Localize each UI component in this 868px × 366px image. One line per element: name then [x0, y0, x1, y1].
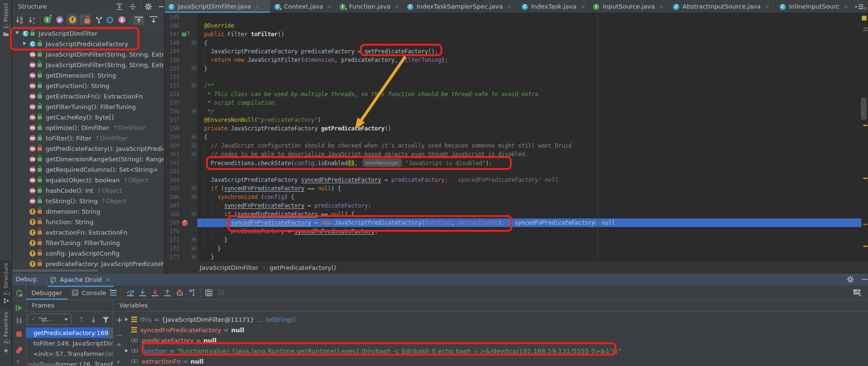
- expand-icon[interactable]: [125, 317, 128, 321]
- structure-tree-item[interactable]: CJavaScriptDimFilter: [12, 28, 164, 39]
- editor-scrollbar[interactable]: [861, 98, 867, 120]
- fold-start-marker[interactable]: [192, 212, 196, 216]
- structure-hscrollbar[interactable]: [12, 269, 98, 272]
- frame-row[interactable]: <init>:57, Transformer (org.apache.dru: [26, 348, 113, 359]
- fold-end-marker[interactable]: [192, 246, 196, 250]
- close-tab-icon[interactable]: ×: [394, 3, 400, 10]
- variable-row[interactable]: this={JavaScriptDimFilter@11171}…toStrin…: [125, 314, 868, 325]
- fold-end-marker[interactable]: [192, 109, 196, 113]
- stripe-button-favorites[interactable]: 2: Favorites ★: [0, 312, 12, 354]
- overrides-method-icon[interactable]: I↑: [182, 31, 189, 37]
- step-into-icon[interactable]: [139, 289, 146, 297]
- layout-options-icon[interactable]: [109, 289, 117, 297]
- sort-by-visibility-icon[interactable]: [16, 16, 23, 24]
- autoscroll-from-source-icon[interactable]: [148, 15, 159, 25]
- structure-tree-item[interactable]: fdimension: String: [12, 206, 164, 217]
- show-lambdas-icon[interactable]: λ: [118, 16, 126, 24]
- close-tab-icon[interactable]: ×: [843, 3, 848, 10]
- structure-tree-item[interactable]: mtoString(): String↑Object: [12, 196, 164, 206]
- force-step-into-icon[interactable]: [151, 289, 159, 297]
- fold-end-marker[interactable]: [192, 237, 196, 242]
- structure-tree-item[interactable]: mgetPredicateFactory(): JavaScriptPredic…: [12, 143, 164, 154]
- sort-alphabetically-icon[interactable]: az: [29, 16, 36, 24]
- structure-tree-item[interactable]: fextractionFn: ExtractionFn: [12, 227, 164, 237]
- structure-tree-item[interactable]: moptimize(): DimFilter↑DimFilter: [12, 122, 164, 133]
- frames-vscrollbar[interactable]: [108, 327, 112, 339]
- close-tab-icon[interactable]: ×: [327, 3, 332, 10]
- evaluate-expression-icon[interactable]: [205, 289, 213, 297]
- structure-tree-item[interactable]: mtoFilter(): Filter↑DimFilter: [12, 133, 164, 143]
- tostring-link[interactable]: toString(): [266, 316, 295, 323]
- watches-more-icon[interactable]: »: [117, 358, 120, 365]
- structure-tree-item[interactable]: mgetFilterTuning(): FilterTuning: [12, 101, 164, 112]
- show-properties-icon[interactable]: p: [56, 16, 64, 24]
- breadcrumb-class[interactable]: JavaScriptDimFilter: [200, 264, 259, 271]
- show-scripts-icon[interactable]: [106, 16, 114, 24]
- structure-tree-item[interactable]: ffilterTuning: FilterTuning: [12, 237, 164, 248]
- drop-frame-icon[interactable]: [176, 289, 184, 297]
- variable-row[interactable]: syncedFnPredicateFactory=null: [125, 325, 868, 335]
- pause-icon[interactable]: [15, 317, 23, 325]
- show-non-public-icon[interactable]: [82, 16, 89, 24]
- structure-tree-item[interactable]: mgetDimensionRangeSet(String): RangeSet<…: [12, 154, 164, 164]
- stripe-button-structure[interactable]: 7: Structure: [0, 260, 12, 308]
- structure-tree-item[interactable]: mgetDimension(): String: [12, 70, 164, 80]
- tab-debugger[interactable]: Debugger: [31, 286, 62, 300]
- hide-debug-panel-icon[interactable]: [861, 276, 868, 283]
- structure-tree-item[interactable]: mgetRequiredColumns(): Set<String>↑DimFi…: [12, 164, 164, 175]
- structure-tree-item[interactable]: mJavaScriptDimFilter(String, String, Ext…: [12, 59, 164, 70]
- structure-tree-item[interactable]: fconfig: JavaScriptConfig: [12, 248, 164, 258]
- frame-row[interactable]: toFilter:149, JavaScriptDimFilter: [26, 338, 113, 348]
- structure-tree-item[interactable]: mgetFunction(): String: [12, 80, 164, 91]
- editor-tab[interactable]: CJavaScriptDimFilter.java×: [165, 0, 271, 13]
- frame-down-icon[interactable]: ↓: [90, 316, 97, 324]
- frame-row[interactable]: getPredicateFactory:169: [26, 327, 113, 338]
- tab-console[interactable]: > Console: [72, 286, 107, 300]
- editor-tab[interactable]: CAbstractInputSource.java×: [669, 0, 776, 13]
- stripe-button-project[interactable]: 1: Project: [0, 3, 12, 37]
- trace-settings-icon[interactable]: [217, 289, 225, 297]
- structure-tree-item[interactable]: mgetExtractionFn(): ExtractionFn: [12, 91, 164, 101]
- variable-row[interactable]: function="function(value) {java.lang.Run…: [125, 346, 868, 356]
- structure-tree-item[interactable]: ffunction: String: [12, 217, 164, 227]
- fold-start-marker[interactable]: [192, 195, 196, 199]
- breakpoint-icon[interactable]: [182, 220, 188, 226]
- breadcrumb-method[interactable]: getPredicateFactory(): [270, 264, 336, 271]
- view-breakpoints-icon[interactable]: [15, 346, 23, 354]
- more-actions-icon[interactable]: »: [16, 358, 20, 364]
- fold-start-marker[interactable]: [192, 186, 196, 190]
- fold-end-marker[interactable]: [192, 66, 196, 70]
- collapse-all-icon[interactable]: [129, 3, 137, 10]
- close-session-icon[interactable]: ×: [106, 276, 111, 283]
- variable-row[interactable]: extractionFn=null: [125, 356, 868, 366]
- thread-dropdown[interactable]: ✓ "qt...: [28, 314, 71, 325]
- show-anonymous-classes-icon[interactable]: [95, 16, 103, 24]
- close-tab-icon[interactable]: ×: [255, 3, 260, 10]
- structure-tree-item[interactable]: CJavaScriptPredicateFactory: [12, 39, 164, 49]
- editor-tab[interactable]: CIndexTaskSamplerSpec.java×: [403, 0, 518, 13]
- fold-start-marker[interactable]: [192, 135, 196, 139]
- debug-settings-gear-icon[interactable]: [847, 276, 854, 283]
- debug-session-tab[interactable]: Apache Druid ×: [48, 274, 114, 286]
- editor-tab[interactable]: CIndexTask.java×: [518, 0, 589, 13]
- hidden-tabs-dropdown[interactable]: 3: [854, 3, 866, 10]
- editor-tab[interactable]: IFunction.java×: [336, 0, 403, 13]
- variable-row[interactable]: predicateFactory=null: [125, 335, 868, 346]
- expand-icon[interactable]: [125, 349, 128, 353]
- run-to-cursor-icon[interactable]: [188, 289, 196, 297]
- hide-panel-icon[interactable]: [158, 3, 164, 10]
- close-tab-icon[interactable]: ×: [764, 3, 770, 10]
- close-tab-icon[interactable]: ×: [659, 3, 664, 10]
- step-over-icon[interactable]: [127, 289, 134, 297]
- filter-frames-icon[interactable]: [102, 317, 110, 324]
- structure-tree-item[interactable]: mequals(Object): boolean↑Object: [12, 175, 164, 185]
- editor-tab[interactable]: CInlineInputSourc×: [776, 0, 853, 13]
- autoscroll-to-source-icon[interactable]: [134, 15, 144, 25]
- show-fields-icon[interactable]: f: [69, 16, 77, 24]
- close-tab-icon[interactable]: ×: [580, 3, 585, 10]
- code-editor[interactable]: 1451461471481491501511521531541551561571…: [165, 13, 868, 261]
- close-tab-icon[interactable]: ×: [507, 3, 512, 10]
- fold-start-marker[interactable]: [192, 143, 196, 148]
- show-inherited-icon[interactable]: I ↑: [44, 16, 51, 24]
- restore-layout-icon[interactable]: [853, 288, 860, 296]
